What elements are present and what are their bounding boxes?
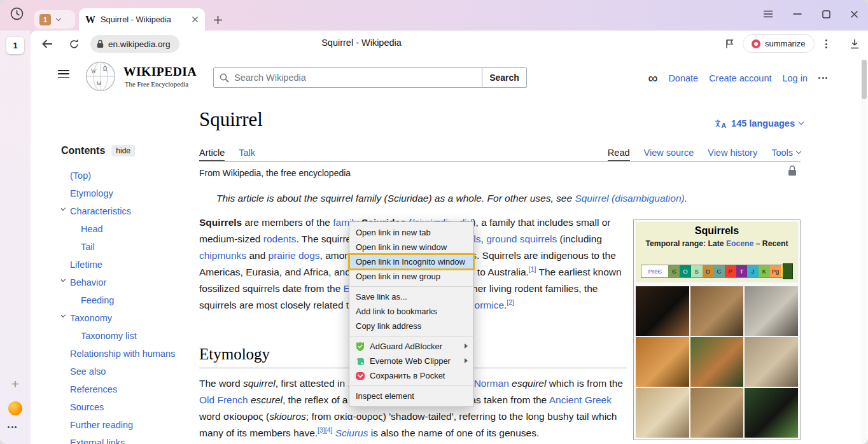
timescale-segment-є[interactable]: Є	[668, 265, 680, 277]
timescale-segment-pg[interactable]: Pg	[770, 265, 781, 277]
protection-lock-icon[interactable]	[788, 165, 797, 176]
browser-content-panel: en.wikipedia.org Squirrel - Wikipedia su…	[31, 31, 868, 444]
toc-item-see-also[interactable]: See also	[61, 363, 187, 380]
toc-item-references[interactable]: References	[61, 380, 187, 398]
new-tab-button[interactable]	[211, 13, 225, 27]
chevron-down-icon[interactable]	[61, 312, 66, 317]
timescale-segment-preє[interactable]: PreЄ	[641, 265, 668, 277]
toc-item-top[interactable]: (Top)	[61, 167, 187, 184]
context-menu-item-evernote-web-clipper[interactable]: Evernote Web Clipper	[349, 354, 473, 368]
timescale-segment-t[interactable]: T	[736, 265, 748, 277]
page-scrollbar[interactable]	[861, 59, 867, 443]
url-bar[interactable]: en.wikipedia.org	[90, 35, 179, 53]
minimize-button[interactable]	[789, 6, 806, 22]
context-menu-item-save-link-as[interactable]: Save link as...	[349, 289, 473, 304]
ground-squirrel-photo[interactable]	[745, 337, 798, 387]
maximize-button[interactable]	[818, 6, 834, 22]
rail-more-icon[interactable]	[8, 426, 17, 428]
prevosts-squirrel-photo[interactable]	[636, 286, 689, 336]
toc-hide-button[interactable]: hide	[111, 145, 135, 156]
toc-item-taxonomy-list[interactable]: Taxonomy list	[61, 327, 187, 345]
gray-squirrel-photo[interactable]	[745, 286, 798, 336]
languages-button[interactable]: A 145 languages	[715, 118, 803, 128]
reload-button[interactable]	[66, 36, 81, 52]
toc-item-characteristics[interactable]: Characteristics	[61, 202, 187, 220]
header-more-icon[interactable]	[818, 77, 827, 79]
timescale-segment-s[interactable]: S	[691, 265, 703, 277]
toc-item-sources[interactable]: Sources	[61, 398, 187, 416]
context-menu-item-сохранить-в-pocket[interactable]: Сохранить в Pocket	[349, 368, 473, 383]
wikipedia-wordmark[interactable]: WIKIPEDIA	[123, 65, 197, 79]
wiki-search-box[interactable]	[213, 67, 482, 88]
context-menu-item-inspect-element[interactable]: Inspect element	[349, 389, 473, 403]
toc-item-head[interactable]: Head	[61, 220, 187, 238]
tab-read[interactable]: Read	[608, 144, 630, 162]
menu-item-label: Add link to bookmarks	[356, 307, 437, 316]
toolbar-more-icon[interactable]	[818, 36, 834, 52]
toc-item-lifetime[interactable]: Lifetime	[61, 256, 187, 274]
tab-group-mini-tab[interactable]: 1	[34, 10, 75, 29]
timescale-segment-k[interactable]: K	[759, 265, 770, 277]
toc-item-taxonomy[interactable]: Taxonomy	[61, 309, 187, 327]
wiki-menu-icon[interactable]	[58, 70, 69, 78]
toc-item-label: Further reading	[70, 420, 133, 430]
timescale-segment-c[interactable]: C	[713, 265, 725, 277]
create-account-link[interactable]: Create account	[709, 73, 771, 83]
toc-item-external-links[interactable]: External links	[61, 434, 187, 444]
wikipedia-logo-globe[interactable]: W Ω ω	[85, 60, 116, 92]
prairie-dog-pair-photo[interactable]	[690, 388, 744, 438]
infobox-header: Squirrels Temporal range: Late Eocene – …	[636, 222, 798, 282]
close-button[interactable]	[846, 6, 862, 22]
context-menu-item-add-link-to-bookmarks[interactable]: Add link to bookmarks	[349, 304, 473, 319]
rail-services-icon[interactable]	[8, 401, 22, 415]
chevron-down-icon[interactable]	[61, 205, 66, 211]
download-button[interactable]	[847, 36, 862, 52]
back-button[interactable]	[39, 36, 55, 52]
context-menu-item-open-link-in-new-window[interactable]: Open link in new window	[349, 240, 473, 254]
donate-link[interactable]: Donate	[668, 73, 698, 83]
black-giant-squirrel-photo[interactable]	[745, 388, 798, 438]
summarize-button[interactable]: summarize	[743, 34, 815, 53]
toc-item-etymology[interactable]: Etymology	[61, 184, 187, 202]
article-tabs-left: ArticleTalk	[199, 144, 255, 162]
bookmark-flag-icon[interactable]	[722, 36, 738, 52]
toc-item-behavior[interactable]: Behavior	[61, 274, 187, 291]
toc-item-further-reading[interactable]: Further reading	[61, 416, 187, 434]
red-squirrel-photo[interactable]	[636, 337, 689, 387]
tab-view-source[interactable]: View source	[644, 144, 694, 162]
unstriped-ground-squirrel-photo[interactable]	[636, 388, 689, 438]
menu-item-label: Save link as...	[356, 292, 407, 302]
browser-menu-icon[interactable]	[760, 6, 776, 22]
tab-view-history[interactable]: View history	[708, 144, 757, 162]
rail-tab-indicator[interactable]: 1	[6, 37, 24, 54]
timescale-segment-o[interactable]: O	[680, 265, 691, 277]
appearance-icon[interactable]: ∞	[648, 71, 657, 85]
context-menu-item-open-link-in-new-group[interactable]: Open link in new group	[349, 269, 473, 284]
tab-talk[interactable]: Talk	[239, 144, 255, 162]
toc-item-tail[interactable]: Tail	[61, 238, 187, 256]
chipmunk-photo[interactable]	[690, 286, 744, 336]
search-icon	[220, 73, 229, 83]
chevron-down-icon[interactable]	[61, 277, 66, 282]
scrollbar-thumb[interactable]	[862, 60, 867, 99]
context-menu-item-copy-link-address[interactable]: Copy link address	[349, 319, 473, 333]
timescale-segment-p[interactable]: P	[725, 265, 736, 277]
timescale-segment-d[interactable]: D	[703, 265, 714, 277]
context-menu-item-open-link-in-new-tab[interactable]: Open link in new tab	[349, 225, 473, 240]
timescale-segment-j[interactable]: J	[747, 265, 759, 277]
context-menu-item-adguard-adblocker[interactable]: AdGuard AdBlocker	[349, 339, 473, 354]
toc-item-relationship-with-humans[interactable]: Relationship with humans	[61, 345, 187, 363]
tab-tools[interactable]: Tools	[771, 144, 801, 162]
login-link[interactable]: Log in	[782, 73, 808, 83]
history-clock-icon[interactable]	[8, 5, 25, 22]
toc-item-label: Behavior	[70, 277, 106, 288]
wiki-search-input[interactable]	[234, 68, 479, 87]
eurasian-red-squirrel-photo[interactable]	[690, 337, 744, 387]
tab-close-icon[interactable]	[192, 16, 199, 23]
rail-add-button[interactable]: +	[8, 377, 22, 391]
toc-item-feeding[interactable]: Feeding	[61, 291, 187, 309]
active-tab[interactable]: W Squirrel - Wikipedia	[79, 8, 205, 31]
wiki-search-button[interactable]: Search	[482, 67, 527, 88]
context-menu-item-open-link-in-incognito-window[interactable]: Open link in Incognito window	[349, 254, 473, 269]
tab-article[interactable]: Article	[199, 144, 225, 162]
